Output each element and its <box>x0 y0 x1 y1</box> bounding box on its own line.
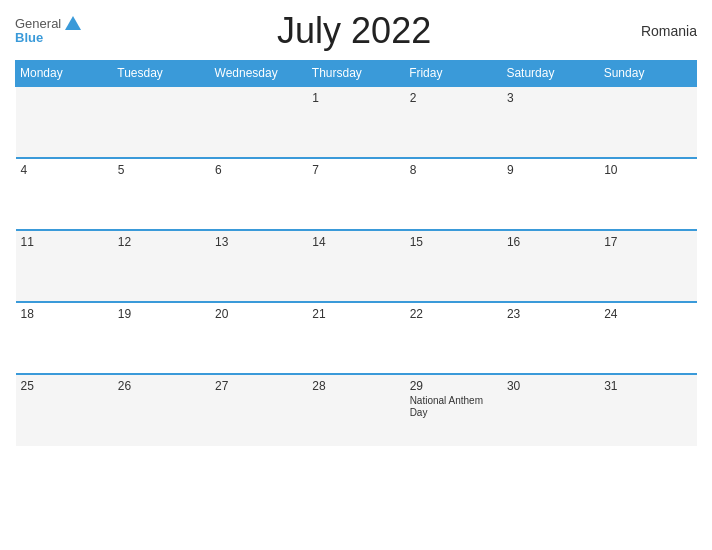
day-cell-fri-22: 22 <box>405 302 502 374</box>
header-wednesday: Wednesday <box>210 61 307 87</box>
day-cell-fri-8: 8 <box>405 158 502 230</box>
week-row-3: 11 12 13 14 15 16 17 <box>16 230 697 302</box>
day-cell <box>599 86 696 158</box>
logo-blue-text: Blue <box>15 31 43 45</box>
day-cell-thu-7: 7 <box>307 158 404 230</box>
day-cell-wed-20: 20 <box>210 302 307 374</box>
calendar-thead: Monday Tuesday Wednesday Thursday Friday… <box>16 61 697 87</box>
day-cell-sun-31: 31 <box>599 374 696 446</box>
header-tuesday: Tuesday <box>113 61 210 87</box>
day-cell-thu-28: 28 <box>307 374 404 446</box>
day-cell <box>210 86 307 158</box>
day-cell-sun-17: 17 <box>599 230 696 302</box>
day-cell-fri-29: 29 National Anthem Day <box>405 374 502 446</box>
day-cell-sat-23: 23 <box>502 302 599 374</box>
day-cell-sat-30: 30 <box>502 374 599 446</box>
day-cell-mon-18: 18 <box>16 302 113 374</box>
day-cell-tue-12: 12 <box>113 230 210 302</box>
day-cell-sat-16: 16 <box>502 230 599 302</box>
calendar-container: General Blue July 2022 Romania Monday Tu… <box>0 0 712 550</box>
day-cell-thu-21: 21 <box>307 302 404 374</box>
day-cell-fri-15: 15 <box>405 230 502 302</box>
logo-general: General <box>15 17 81 31</box>
day-cell <box>113 86 210 158</box>
day-cell-wed-13: 13 <box>210 230 307 302</box>
day-cell-sun-24: 24 <box>599 302 696 374</box>
day-cell-sat-3: 3 <box>502 86 599 158</box>
week-row-1: 1 2 3 <box>16 86 697 158</box>
header-saturday: Saturday <box>502 61 599 87</box>
day-cell-fri-2: 2 <box>405 86 502 158</box>
header-thursday: Thursday <box>307 61 404 87</box>
day-cell-wed-27: 27 <box>210 374 307 446</box>
day-cell <box>16 86 113 158</box>
header-monday: Monday <box>16 61 113 87</box>
day-cell-mon-11: 11 <box>16 230 113 302</box>
day-cell-thu-14: 14 <box>307 230 404 302</box>
day-cell-tue-26: 26 <box>113 374 210 446</box>
week-row-2: 4 5 6 7 8 9 10 <box>16 158 697 230</box>
day-cell-sun-10: 10 <box>599 158 696 230</box>
country-label: Romania <box>627 23 697 39</box>
day-cell-tue-19: 19 <box>113 302 210 374</box>
calendar-table: Monday Tuesday Wednesday Thursday Friday… <box>15 60 697 446</box>
national-anthem-day-event: National Anthem Day <box>410 395 497 419</box>
header-sunday: Sunday <box>599 61 696 87</box>
calendar-title: July 2022 <box>81 10 627 52</box>
logo-general-text: General <box>15 17 61 31</box>
day-cell-sat-9: 9 <box>502 158 599 230</box>
weekday-header-row: Monday Tuesday Wednesday Thursday Friday… <box>16 61 697 87</box>
day-cell-mon-4: 4 <box>16 158 113 230</box>
header-friday: Friday <box>405 61 502 87</box>
logo-triangle-icon <box>65 16 81 30</box>
day-cell-thu-1: 1 <box>307 86 404 158</box>
logo: General Blue <box>15 17 81 46</box>
week-row-4: 18 19 20 21 22 23 24 <box>16 302 697 374</box>
day-cell-tue-5: 5 <box>113 158 210 230</box>
calendar-header: General Blue July 2022 Romania <box>15 10 697 52</box>
day-cell-wed-6: 6 <box>210 158 307 230</box>
calendar-body: 1 2 3 4 5 6 7 8 9 10 11 12 13 14 15 <box>16 86 697 446</box>
day-cell-mon-25: 25 <box>16 374 113 446</box>
week-row-5: 25 26 27 28 29 National Anthem Day 30 31 <box>16 374 697 446</box>
